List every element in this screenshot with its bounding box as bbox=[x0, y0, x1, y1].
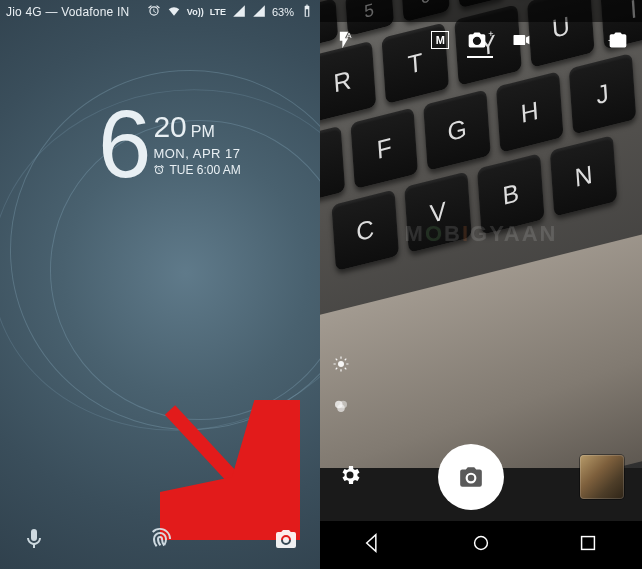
keyboard-key: G bbox=[423, 89, 491, 171]
wifi-icon bbox=[167, 4, 181, 21]
camera-shortcut-icon[interactable] bbox=[274, 527, 298, 555]
shutter-button[interactable] bbox=[438, 444, 504, 510]
keyboard-key: H bbox=[496, 71, 564, 153]
switch-camera-icon[interactable] bbox=[608, 30, 628, 54]
color-icon[interactable] bbox=[332, 397, 350, 419]
clock-date: MON, APR 17 bbox=[153, 146, 240, 161]
svg-text:A: A bbox=[347, 31, 352, 40]
svg-point-5 bbox=[337, 405, 345, 413]
signal-icon bbox=[232, 4, 246, 21]
volte-label: Vo)) bbox=[187, 7, 204, 17]
recents-button[interactable] bbox=[577, 532, 599, 558]
camera-icon bbox=[458, 464, 484, 490]
clock-widget: 6 20 PM MON, APR 17 TUE 6:00 AM bbox=[98, 96, 241, 192]
clock-minute: 20 bbox=[153, 110, 186, 144]
watermark: MOBIGYAAN bbox=[405, 221, 558, 247]
signal-icon bbox=[252, 4, 266, 21]
battery-icon bbox=[300, 4, 314, 21]
keyboard-key: D bbox=[320, 126, 345, 208]
keyboard-key: C bbox=[331, 189, 399, 271]
status-icons: Vo)) LTE 63% bbox=[147, 4, 314, 21]
lockscreen-shortcuts bbox=[0, 527, 320, 555]
next-alarm: TUE 6:00 AM bbox=[153, 163, 240, 177]
battery-percent: 63% bbox=[272, 6, 294, 18]
status-bar: Jio 4G — Vodafone IN Vo)) LTE 63% bbox=[0, 0, 320, 24]
lte-label: LTE bbox=[210, 7, 226, 17]
mode-manual[interactable]: M bbox=[431, 31, 449, 53]
mode-photo[interactable]: + bbox=[467, 30, 492, 54]
settings-icon[interactable] bbox=[338, 463, 362, 491]
back-button[interactable] bbox=[363, 532, 385, 558]
svg-point-6 bbox=[475, 537, 488, 550]
alarm-icon bbox=[147, 4, 161, 21]
flash-icon[interactable]: A bbox=[334, 30, 354, 54]
svg-point-2 bbox=[338, 361, 344, 367]
keyboard-key: J bbox=[569, 53, 637, 135]
svg-rect-7 bbox=[582, 537, 595, 550]
clock-hour: 6 bbox=[98, 96, 147, 192]
home-button[interactable] bbox=[470, 532, 492, 558]
camera-top-controls: A M + bbox=[320, 24, 642, 60]
camera-app-pane: 34567890 ERTYUI DFGHJ CVBN MOBIGYAAN A M… bbox=[320, 0, 642, 569]
gallery-thumbnail[interactable] bbox=[580, 455, 624, 499]
keyboard-key: F bbox=[350, 107, 418, 189]
camera-status-bar bbox=[320, 0, 642, 22]
keyboard-key: N bbox=[550, 135, 618, 217]
carrier-label: Jio 4G — Vodafone IN bbox=[6, 5, 129, 19]
mic-icon[interactable] bbox=[22, 527, 46, 555]
mode-video[interactable] bbox=[511, 30, 531, 54]
camera-viewfinder[interactable]: 34567890 ERTYUI DFGHJ CVBN MOBIGYAAN bbox=[320, 0, 642, 468]
clock-ampm: PM bbox=[191, 123, 215, 141]
lockscreen-pane: Jio 4G — Vodafone IN Vo)) LTE 63% 6 20 P… bbox=[0, 0, 320, 569]
camera-side-controls bbox=[332, 355, 350, 419]
camera-bottom-bar bbox=[320, 433, 642, 521]
navigation-bar bbox=[320, 521, 642, 569]
next-alarm-label: TUE 6:00 AM bbox=[169, 163, 240, 177]
fingerprint-icon[interactable] bbox=[148, 527, 172, 555]
hdr-icon[interactable] bbox=[332, 355, 350, 377]
